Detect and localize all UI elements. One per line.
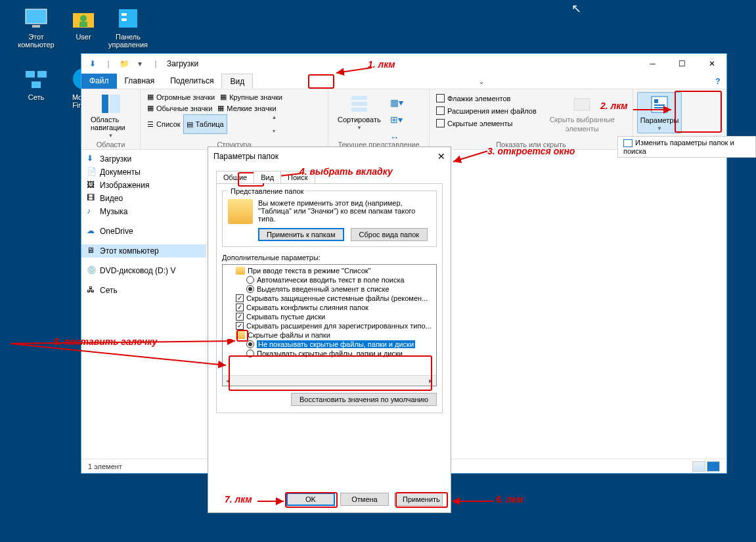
sidebar-item-dvd[interactable]: 💿DVD-дисковод (D:) V [81,264,206,277]
layout-medium[interactable]: ▦Обычные значки [145,103,215,113]
sort-icon [349,93,370,114]
svg-rect-6 [122,18,127,21]
tree-label: Скрытые файлы и папки [248,331,330,339]
nav-pane-button[interactable]: Область навигации ▼ [85,92,136,140]
dialog-tab-view[interactable]: Вид [254,171,281,183]
maximize-button[interactable]: ☐ [667,54,697,74]
apply-to-folders-button[interactable]: Применить к папкам [258,228,344,241]
sidebar-item-onedrive[interactable]: ☁OneDrive [81,225,206,238]
layout-huge[interactable]: ▦Огромные значки [145,92,217,102]
group-by-icon[interactable]: ▦▾ [386,97,407,108]
apply-button[interactable]: Применить [394,493,443,506]
item-checkboxes[interactable]: Флажки элементов [434,93,539,103]
dialog-title: Параметры папок [213,152,278,161]
dialog-tab-general[interactable]: Общие [216,171,254,183]
sidebar-item-this-pc[interactable]: 🖥Этот компьютер [81,244,206,258]
folder-icon [228,199,253,224]
tree-label: Выделять введенный элемент в списке [257,285,389,293]
cancel-button[interactable]: Отмена [340,493,389,506]
tree-row[interactable]: При вводе текста в режиме "Список" [223,266,436,275]
tree-row[interactable]: Показывать скрытые файлы, папки и диски [223,349,436,358]
advanced-tree[interactable]: При вводе текста в режиме "Список"Автома… [222,264,437,386]
scroll-more-icon[interactable]: ▾ [273,128,275,134]
reset-folders-button[interactable]: Сброс вида папок [351,228,428,241]
titlebar[interactable]: ⬇ | 📁 ▾ | Загрузки ─ ☐ ✕ [81,54,726,74]
sidebar-item-music[interactable]: ♪Музыка [81,205,206,218]
sort-button[interactable]: Сортировать ▼ [332,92,386,148]
help-icon[interactable]: ? [709,74,726,89]
minimize-button[interactable]: ─ [638,54,667,74]
layout-table[interactable]: ▤Таблица [183,114,227,134]
tab-share[interactable]: Поделиться [162,74,221,89]
options-button[interactable]: Параметры ▼ [637,92,682,133]
file-ext[interactable]: Расширения имен файлов [434,106,539,116]
qat-dropdown-icon[interactable]: ▾ [133,56,147,71]
back-arrow-icon[interactable]: ⬇ [85,56,100,71]
tree-row[interactable]: Автоматически вводить текст в поле поиск… [223,275,436,284]
checkbox-icon [436,106,445,115]
hide-icon [571,93,592,114]
svg-rect-1 [32,25,40,28]
disc-icon: 💿 [87,265,97,276]
scroll-up-icon[interactable]: ▲ [271,114,277,120]
layout-large[interactable]: ▦Крупные значки [217,92,285,102]
folder-options-dialog: Параметры папок ✕ Общие Вид Поиск Предст… [208,147,451,513]
desktop-icon-network[interactable]: Сеть [13,66,59,101]
dialog-tab-search[interactable]: Поиск [280,171,315,183]
desktop-icon-user[interactable]: User [60,5,106,41]
ok-button[interactable]: OK [286,493,335,506]
options-small-icon [623,139,633,147]
close-button[interactable]: ✕ [697,54,726,74]
svg-point-2 [80,15,87,22]
scroll-left-icon[interactable]: ◂ [223,376,233,386]
sidebar-item-network[interactable]: 🖧Сеть [81,284,206,297]
svg-rect-3 [79,22,87,27]
svg-rect-11 [102,95,108,113]
tree-label: Скрывать конфликты слияния папок [246,304,368,311]
view-details-icon[interactable] [692,461,705,472]
tab-home[interactable]: Главная [117,74,163,89]
arrow-6 [449,495,497,507]
desktop-icon-control-panel[interactable]: Панель управления [105,5,151,49]
layout-small[interactable]: ▦Мелкие значки [215,103,278,113]
sidebar-item-videos[interactable]: 🎞Видео [81,192,206,205]
layout-icon: ▤ [187,120,193,129]
monitor-icon: 🖥 [87,246,97,256]
layout-list[interactable]: ☰Список [145,114,183,134]
radio-icon [246,340,254,348]
tree-row[interactable]: Не показывать скрытые файлы, папки и дис… [223,340,436,349]
tree-row[interactable]: Скрытые файлы и папки [223,330,436,340]
pictures-icon: 🖼 [87,180,97,191]
title-separator: | [148,56,163,71]
dialog-titlebar[interactable]: Параметры папок ✕ [208,147,451,166]
hidden-items[interactable]: Скрытые элементы [434,118,539,128]
restore-defaults-button[interactable]: Восстановить значения по умолчанию [291,393,437,406]
horizontal-scrollbar[interactable]: ◂▸ [223,375,436,386]
tree-row[interactable]: Скрывать конфликты слияния папок [223,303,436,312]
tab-file[interactable]: Файл [81,74,117,89]
tree-row[interactable]: Скрывать расширения для зарегистрированн… [223,321,436,330]
dropdown-icon: ▼ [108,133,114,139]
ribbon-collapse-icon[interactable]: ⌄ [474,74,489,89]
tab-view[interactable]: Вид [221,74,253,89]
sidebar-item-documents[interactable]: 📄Документы [81,166,206,179]
dialog-close-button[interactable]: ✕ [437,151,445,162]
tree-row[interactable]: Скрывать пустые диски [223,312,436,321]
desktop-icon-this-pc[interactable]: Этот компьютер [13,5,59,49]
qat-divider: | [101,56,116,71]
control-panel-icon [115,5,141,32]
network-icon [23,66,49,92]
tree-row[interactable]: Выделять введенный элемент в списке [223,284,436,294]
hide-selected-button[interactable]: Скрыть выбранные элементы [545,92,620,148]
downloads-icon: ⬇ [87,154,97,164]
tree-label: При вводе текста в режиме "Список" [248,267,370,275]
sidebar-item-pictures[interactable]: 🖼Изображения [81,179,206,192]
tree-row[interactable]: Скрывать защищенные системные файлы (рек… [223,294,436,303]
sidebar-item-downloads[interactable]: ⬇Загрузки [81,152,206,166]
scroll-right-icon[interactable]: ▸ [426,376,436,386]
view-large-icon[interactable] [707,461,720,472]
svg-rect-0 [26,9,47,24]
desktop-label: Сеть [13,93,59,101]
add-columns-icon[interactable]: ⊞▾ [386,114,407,125]
nav-pane-icon [100,93,122,114]
